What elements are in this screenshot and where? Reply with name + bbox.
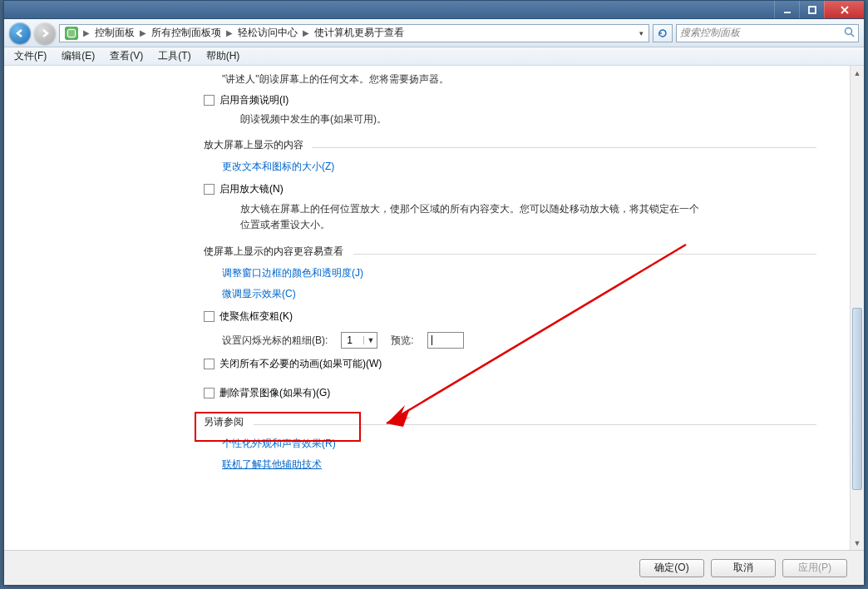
audio-desc-row: 启用音频说明(I)	[204, 93, 816, 107]
anim-checkbox[interactable]	[204, 359, 215, 369]
address-bar[interactable]: ▶ 控制面板 ▶ 所有控制面板项 ▶ 轻松访问中心 ▶ 使计算机更易于查看 ▾	[59, 24, 649, 42]
svg-point-4	[846, 27, 852, 34]
focus-label: 使聚焦框变粗(K)	[219, 309, 293, 324]
section-easier-header: 使屏幕上显示的内容更容易查看	[204, 245, 816, 259]
focus-row: 使聚焦框变粗(K)	[204, 309, 816, 324]
search-placeholder: 搜索控制面板	[680, 26, 740, 40]
bg-row: 删除背景图像(如果有)(G)	[204, 386, 816, 400]
breadcrumb[interactable]: 所有控制面板项	[148, 26, 224, 40]
audio-desc-label: 启用音频说明(I)	[219, 93, 289, 107]
anim-row: 关闭所有不必要的动画(如果可能)(W)	[204, 357, 816, 371]
breadcrumb[interactable]: 控制面板	[91, 26, 138, 40]
scroll-down-icon[interactable]: ▼	[851, 536, 864, 550]
chevron-right-icon: ▶	[81, 28, 91, 37]
cursor-label: 设置闪烁光标的粗细(B):	[222, 334, 328, 348]
window-border-link[interactable]: 调整窗口边框的颜色和透明度(J)	[222, 266, 363, 280]
titlebar	[4, 1, 864, 19]
anim-label: 关闭所有不必要的动画(如果可能)(W)	[219, 357, 382, 371]
chevron-right-icon: ▶	[138, 28, 148, 37]
navbar: ▶ 控制面板 ▶ 所有控制面板项 ▶ 轻松访问中心 ▶ 使计算机更易于查看 ▾ …	[4, 19, 864, 47]
section-enlarge-header: 放大屏幕上显示的内容	[204, 138, 816, 152]
chevron-down-icon: ▼	[363, 336, 374, 344]
audio-desc-text: 朗读视频中发生的事(如果可用)。	[240, 112, 816, 126]
svg-rect-1	[809, 7, 816, 13]
breadcrumb[interactable]: 使计算机更易于查看	[311, 26, 407, 40]
scroll-track[interactable]	[851, 80, 864, 536]
close-button[interactable]	[824, 1, 864, 18]
chevron-right-icon: ▶	[301, 28, 311, 37]
menu-view[interactable]: 查看(V)	[103, 47, 150, 65]
address-dropdown-icon[interactable]: ▾	[635, 29, 647, 37]
scroll-thumb[interactable]	[852, 308, 862, 490]
menu-edit[interactable]: 编辑(E)	[55, 47, 101, 65]
maximize-button[interactable]	[799, 1, 824, 18]
ok-button[interactable]: 确定(O)	[639, 559, 704, 577]
window-frame: ▶ 控制面板 ▶ 所有控制面板项 ▶ 轻松访问中心 ▶ 使计算机更易于查看 ▾ …	[3, 0, 865, 586]
bg-label: 删除背景图像(如果有)(G)	[219, 386, 330, 400]
magnifier-label: 启用放大镜(N)	[219, 182, 284, 196]
vertical-scrollbar[interactable]: ▲ ▼	[850, 66, 864, 550]
menubar: 文件(F) 编辑(E) 查看(V) 工具(T) 帮助(H)	[4, 47, 864, 66]
menu-help[interactable]: 帮助(H)	[200, 47, 247, 65]
menu-tools[interactable]: 工具(T)	[151, 47, 197, 65]
preview-label: 预览:	[391, 334, 413, 348]
section-seealso-header: 另请参阅	[204, 415, 816, 429]
content-area: "讲述人"朗读屏幕上的任何文本。您将需要扬声器。 启用音频说明(I) 朗读视频中…	[4, 66, 864, 550]
focus-checkbox[interactable]	[204, 311, 215, 322]
online-assist-link[interactable]: 联机了解其他辅助技术	[222, 458, 322, 472]
cursor-preview	[427, 332, 464, 349]
cursor-width-select[interactable]: 1 ▼	[341, 332, 377, 349]
magnifier-row: 启用放大镜(N)	[204, 182, 816, 196]
cursor-row: 设置闪烁光标的粗细(B): 1 ▼ 预览:	[222, 332, 816, 349]
cursor-width-value: 1	[347, 334, 353, 346]
personalize-link[interactable]: 个性化外观和声音效果(R)	[222, 437, 336, 451]
scroll-pane: "讲述人"朗读屏幕上的任何文本。您将需要扬声器。 启用音频说明(I) 朗读视频中…	[4, 66, 850, 550]
divider	[353, 254, 816, 255]
forward-button[interactable]	[34, 22, 56, 44]
cancel-button[interactable]: 取消	[711, 559, 776, 577]
refresh-button[interactable]	[653, 24, 673, 42]
svg-line-5	[851, 33, 855, 37]
divider	[312, 147, 816, 148]
apply-button[interactable]: 应用(P)	[782, 559, 847, 577]
back-button[interactable]	[9, 22, 31, 44]
minimize-button[interactable]	[774, 1, 799, 18]
search-input[interactable]: 搜索控制面板	[676, 24, 859, 42]
chevron-right-icon: ▶	[224, 28, 234, 37]
scroll-up-icon[interactable]: ▲	[851, 66, 864, 80]
bg-checkbox[interactable]	[204, 388, 215, 398]
audio-desc-checkbox[interactable]	[204, 95, 215, 106]
magnifier-checkbox[interactable]	[204, 184, 215, 195]
menu-file[interactable]: 文件(F)	[7, 47, 53, 65]
breadcrumb[interactable]: 轻松访问中心	[234, 26, 301, 40]
cursor-preview-bar	[432, 335, 432, 345]
fine-tune-link[interactable]: 微调显示效果(C)	[222, 287, 296, 301]
section-seealso: 另请参阅 个性化外观和声音效果(R) 联机了解其他辅助技术	[204, 415, 816, 475]
divider	[254, 424, 816, 425]
section-easier: 使屏幕上显示的内容更容易查看 调整窗口边框的颜色和透明度(J) 微调显示效果(C…	[204, 245, 816, 400]
search-icon	[844, 27, 855, 40]
narrator-desc: "讲述人"朗读屏幕上的任何文本。您将需要扬声器。	[222, 72, 816, 87]
button-bar: 确定(O) 取消 应用(P)	[4, 550, 864, 585]
section-enlarge: 放大屏幕上显示的内容 更改文本和图标的大小(Z) 启用放大镜(N) 放大镜在屏幕…	[204, 138, 816, 233]
change-text-size-link[interactable]: 更改文本和图标的大小(Z)	[222, 160, 334, 174]
control-panel-icon	[65, 27, 78, 40]
magnifier-desc: 放大镜在屏幕上的任何位置放大，使那个区域的所有内容变大。您可以随处移动放大镜，将…	[240, 201, 706, 233]
